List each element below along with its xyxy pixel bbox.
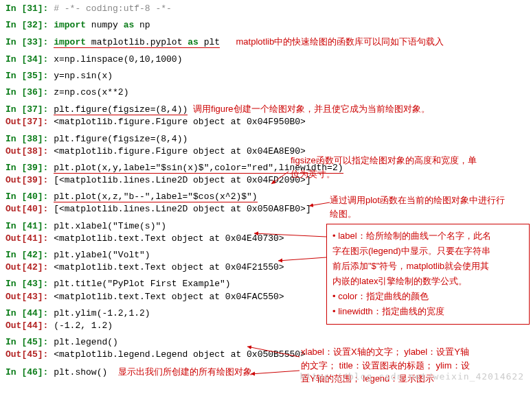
cell-31: In [31]: # -*- coding:utf-8 -*- [5,3,526,15]
annotation: 显示出我们所创建的所有绘图对象 [118,366,252,377]
out-prompt: Out[38]: [5,146,54,156]
legend-notes-box: • label：给所绘制的曲线一个名字，此名 字在图示(legend)中显示。只… [326,224,530,325]
code: plt.plot(x,z,"b--",label="$cos(x^2)$") [54,191,257,202]
in-prompt: In [40]: [5,191,54,202]
code: y=np.sin(x) [54,71,113,81]
in-prompt: In [32]: [5,20,54,30]
in-prompt: In [31]: [5,3,54,14]
output: <matplotlib.legend.Legend object at 0x05… [54,349,306,360]
out-prompt: Out[40]: [5,204,54,214]
annotation-plot: 通过调用plot函数在当前的绘图对象中进行行绘图。 [330,194,508,220]
in-prompt: In [35]: [5,71,54,81]
output: [<matplotlib.lines.Line2D object at 0x04… [54,175,310,185]
out-prompt: Out[39]: [5,175,54,185]
code: plt.xlabel("Time(s)") [54,221,166,231]
in-prompt: In [39]: [5,163,54,173]
in-prompt: In [42]: [5,250,54,260]
code: plt.ylabel("Volt") [54,250,150,260]
cell-35: In [35]: y=np.sin(x) [5,70,526,82]
out-prompt: Out[43]: [5,292,54,302]
code: plt.legend() [54,337,118,347]
cell-34: In [34]: x=np.linspace(0,10,1000) [5,54,526,66]
in-prompt: In [45]: [5,337,54,347]
in-prompt: In [44]: [5,308,54,318]
in-prompt: In [38]: [5,134,54,144]
output: [<matplotlib.lines.Line2D object at 0x05… [54,204,310,214]
output: <matplotlib.text.Text object at 0x04E407… [54,233,284,244]
code: x=np.linspace(0,10,1000) [54,54,182,65]
watermark: https://blog.csdn.net/weixin_42014622 [300,371,524,383]
out-prompt: Out[44]: [5,320,54,331]
code: plt.show() [54,367,107,377]
annotation-figsize: figsize函数可以指定绘图对象的高度和宽度，单位为英寸。 [291,154,483,180]
out-prompt: Out[37]: [5,117,54,127]
out-prompt: Out[42]: [5,262,54,272]
code: import numpy as np [54,20,150,30]
out-prompt: Out[45]: [5,349,54,360]
in-prompt: In [37]: [5,104,54,115]
in-prompt: In [36]: [5,87,54,97]
output: <matplotlib.figure.Figure object at 0x04… [54,146,306,156]
code: plt.ylim(-1.2,1.2) [54,308,150,318]
in-prompt: In [34]: [5,54,54,65]
code: # -*- coding:utf-8 -*- [54,3,172,14]
code: import matplotlib.pyplot as plt [54,37,220,48]
cell-36: In [36]: z=np.cos(x**2) [5,86,526,99]
cell-33: In [33]: import matplotlib.pyplot as plt… [5,36,526,49]
in-prompt: In [46]: [5,367,54,377]
output: <matplotlib.text.Text object at 0x04FAC5… [54,292,284,302]
annotation: matplotlib中的快速绘图的函数库可以同如下语句载入 [236,36,444,47]
in-prompt: In [41]: [5,221,54,231]
cell-37: In [37]: plt.figure(figsize=(8,4)) 调用fig… [5,103,526,128]
annotation: 调用figure创建一个绘图对象，并且使它成为当前绘图对象。 [193,104,430,114]
code: plt.figure(figsize=(8,4)) [54,104,188,115]
code: plt.title("PyPlot First Example") [54,279,230,289]
code: plt.figure(figsize=(8,4)) [54,134,188,144]
output: <matplotlib.figure.Figure object at 0x04… [54,117,306,127]
out-prompt: Out[41]: [5,233,54,244]
in-prompt: In [43]: [5,279,54,289]
output: <matplotlib.text.Text object at 0x04F215… [54,262,284,272]
code: z=np.cos(x**2) [54,87,128,97]
in-prompt: In [33]: [5,37,54,47]
output: (-1.2, 1.2) [54,320,113,331]
cell-32: In [32]: import numpy as np [5,19,526,32]
